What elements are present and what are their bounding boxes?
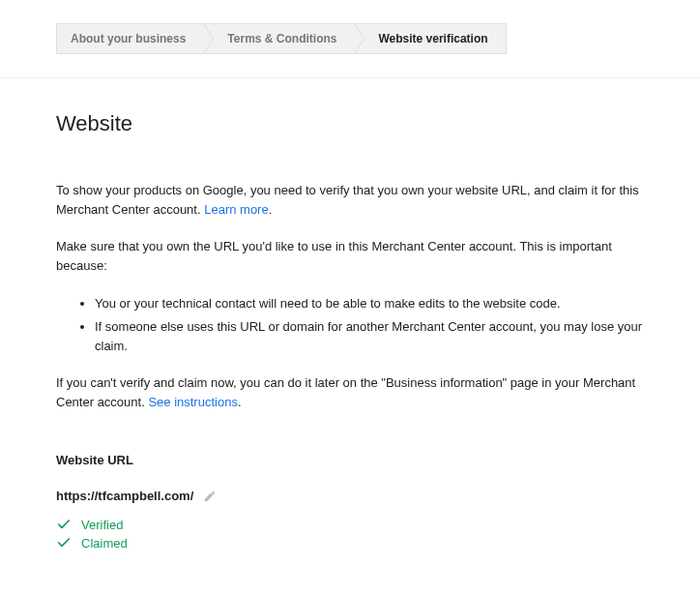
crumb-label: About your business [71,32,186,45]
crumb-about-business[interactable]: About your business [56,23,204,54]
intro-text-3: If you can't verify and claim now, you c… [56,375,635,409]
list-item: You or your technical contact will need … [95,294,644,313]
intro-text-1: To show your products on Google, you nee… [56,183,639,217]
check-icon [56,535,72,550]
intro-paragraph-2: Make sure that you own the URL you'd lik… [56,237,644,276]
intro-paragraph-3: If you can't verify and claim now, you c… [56,373,644,412]
intro-paragraph-1: To show your products on Google, you nee… [56,181,644,220]
see-instructions-link[interactable]: See instructions [148,395,238,409]
setup-breadcrumb: About your business Terms & Conditions W… [56,23,644,54]
website-url-label: Website URL [56,453,644,467]
crumb-label: Website verification [378,32,487,45]
check-icon [56,517,72,532]
edit-icon[interactable] [203,490,217,503]
learn-more-link[interactable]: Learn more [204,202,268,217]
status-text: Claimed [81,536,128,550]
period: . [238,395,242,409]
reasons-list: You or your technical contact will need … [56,294,644,356]
status-claimed: Claimed [56,535,644,550]
page-title: Website [56,111,644,136]
website-url-value: https://tfcampbell.com/ [56,489,193,503]
period: . [269,202,273,217]
crumb-website-verification[interactable]: Website verification [354,23,506,54]
status-text: Verified [81,518,123,532]
website-url-row: https://tfcampbell.com/ [56,489,644,503]
list-item: If someone else uses this URL or domain … [95,317,644,356]
crumb-terms[interactable]: Terms & Conditions [203,23,355,54]
status-verified: Verified [56,517,644,532]
crumb-label: Terms & Conditions [227,32,336,45]
